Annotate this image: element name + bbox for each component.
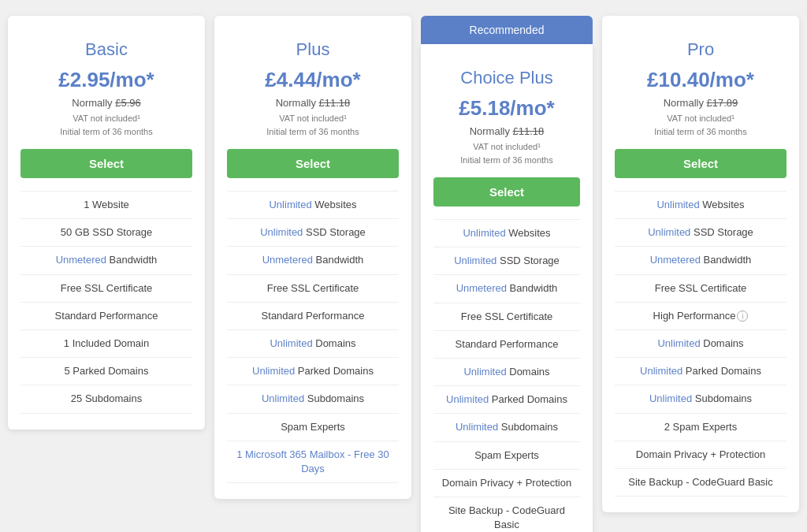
plan-card-plus: Plus£4.44/mo*Normally £11.18VAT not incl… (214, 16, 411, 499)
feature-link[interactable]: 1 Microsoft 365 Mailbox - Free 30 Days (236, 448, 389, 474)
feature-list: Unlimited WebsitesUnlimited SSD StorageU… (227, 191, 399, 483)
feature-item: Spam Experts (227, 414, 399, 441)
plan-normal-price: Normally £11.18 (276, 97, 351, 109)
plan-vat-info: VAT not included¹Initial term of 36 mont… (266, 112, 359, 138)
feature-item: Free SSL Certificate (615, 275, 787, 303)
feature-item: Unmetered Bandwidth (227, 247, 399, 274)
feature-highlight: Unmetered (456, 282, 507, 294)
plan-wrapper-choice-plus: RecommendedChoice Plus£5.18/mo*Normally … (421, 16, 593, 532)
feature-item: Standard Performance (20, 303, 192, 330)
feature-highlight: Unlimited (656, 199, 699, 210)
plan-card-basic: Basic£2.95/mo*Normally £5.96VAT not incl… (8, 16, 205, 430)
feature-highlight: Unlimited (456, 421, 498, 433)
feature-item: 2 Spam Experts (615, 414, 787, 441)
feature-item: Unmetered Bandwidth (20, 247, 192, 274)
plan-card-pro: Pro£10.40/mo*Normally £17.89VAT not incl… (602, 16, 799, 512)
feature-item: Free SSL Certificate (20, 275, 192, 303)
feature-item: Unlimited Subdomains (433, 414, 580, 441)
feature-item: Unlimited Domains (433, 359, 580, 386)
feature-item: 25 Subdomains (20, 385, 192, 413)
select-button-pro[interactable]: Select (615, 149, 787, 178)
plan-price: £4.44/mo* (265, 68, 360, 92)
feature-highlight: Unmetered (262, 254, 313, 266)
feature-item: Unlimited SSD Storage (615, 219, 787, 247)
recommended-badge: Recommended (421, 16, 593, 44)
feature-item: Unmetered Bandwidth (433, 275, 580, 303)
plan-price: £2.95/mo* (58, 68, 154, 92)
feature-item: 5 Parked Domains (20, 358, 192, 385)
feature-item: Standard Performance (433, 331, 580, 359)
feature-item: 50 GB SSD Storage (20, 219, 192, 247)
feature-highlight: Unlimited (446, 393, 489, 405)
select-button-basic[interactable]: Select (20, 149, 192, 178)
info-icon[interactable]: i (737, 311, 748, 322)
plan-price: £5.18/mo* (459, 96, 554, 121)
feature-highlight: Unlimited (657, 337, 700, 349)
feature-highlight: Unmetered (56, 254, 106, 266)
feature-highlight: Unlimited (262, 392, 304, 404)
feature-item: Unlimited Domains (227, 330, 399, 358)
plan-name: Pro (687, 39, 714, 60)
feature-list: Unlimited WebsitesUnlimited SSD StorageU… (615, 191, 787, 497)
feature-highlight: Unlimited (463, 227, 505, 239)
feature-highlight: Unlimited (260, 226, 303, 238)
feature-item: Unlimited Subdomains (615, 385, 787, 413)
feature-highlight: Unlimited (648, 226, 690, 238)
feature-item: Unlimited Websites (615, 192, 787, 219)
plan-normal-price: Normally £17.89 (664, 97, 738, 109)
plan-vat-info: VAT not included¹Initial term of 36 mont… (654, 112, 746, 138)
feature-item: Unlimited SSD Storage (433, 247, 580, 275)
feature-item: Unlimited Parked Domains (615, 358, 787, 385)
feature-item: 1 Website (20, 192, 192, 219)
feature-list: Unlimited WebsitesUnlimited SSD StorageU… (433, 219, 580, 532)
feature-item: Domain Privacy + Protection (615, 441, 787, 469)
feature-item: Standard Performance (227, 303, 399, 330)
feature-item: High Performancei (615, 303, 787, 330)
pricing-wrapper: Basic£2.95/mo*Normally £5.96VAT not incl… (8, 16, 799, 532)
feature-item: Site Backup - CodeGuard Basic (615, 469, 787, 497)
plan-normal-price: Normally £5.96 (72, 97, 140, 109)
plan-vat-info: VAT not included¹Initial term of 36 mont… (460, 140, 552, 166)
feature-item: 1 Included Domain (20, 330, 192, 358)
plan-name: Plus (296, 39, 330, 60)
feature-highlight: Unlimited (270, 337, 312, 349)
plan-price: £10.40/mo* (647, 68, 754, 92)
feature-item: Unlimited Subdomains (227, 385, 399, 413)
feature-highlight: Unlimited (640, 365, 682, 377)
feature-item: Unlimited Websites (227, 192, 399, 219)
feature-item: Domain Privacy + Protection (433, 470, 580, 497)
plan-name: Choice Plus (460, 68, 552, 88)
feature-highlight: Unmetered (650, 254, 701, 266)
feature-item: Spam Experts (433, 442, 580, 470)
plan-name: Basic (85, 39, 128, 60)
feature-list: 1 Website50 GB SSD StorageUnmetered Band… (20, 191, 192, 414)
plan-card-choice-plus: Choice Plus£5.18/mo*Normally £11.18VAT n… (421, 44, 593, 532)
feature-highlight: Unlimited (454, 255, 496, 266)
feature-item: Unmetered Bandwidth (615, 247, 787, 274)
feature-highlight: Unlimited (649, 392, 692, 404)
feature-highlight: Unlimited (252, 365, 295, 377)
select-button-plus[interactable]: Select (227, 149, 399, 178)
select-button-choice-plus[interactable]: Select (433, 177, 580, 206)
feature-highlight: Unlimited (463, 366, 506, 378)
feature-item: Free SSL Certificate (433, 303, 580, 331)
feature-item: Unlimited Websites (433, 220, 580, 247)
feature-item: 1 Microsoft 365 Mailbox - Free 30 Days (227, 441, 399, 483)
feature-item: Unlimited Parked Domains (433, 386, 580, 414)
feature-item: Free SSL Certificate (227, 275, 399, 303)
plan-normal-price: Normally £11.18 (470, 125, 545, 137)
feature-item: Site Backup - CodeGuard Basic (433, 497, 580, 532)
feature-item: Unlimited SSD Storage (227, 219, 399, 247)
plan-vat-info: VAT not included¹Initial term of 36 mont… (60, 112, 152, 138)
feature-item: Unlimited Parked Domains (227, 358, 399, 385)
feature-highlight: Unlimited (269, 199, 311, 210)
feature-item: Unlimited Domains (615, 330, 787, 358)
